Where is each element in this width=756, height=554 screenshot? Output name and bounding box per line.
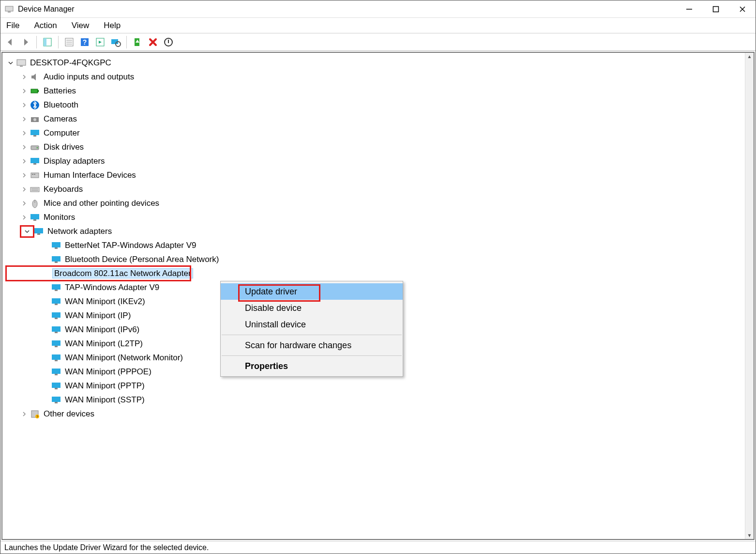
chevron-down-icon[interactable] (20, 225, 34, 238)
scroll-down-icon[interactable]: ▼ (747, 533, 752, 538)
svg-rect-32 (31, 173, 39, 178)
close-button[interactable] (729, 0, 756, 18)
scroll-up-icon[interactable]: ▲ (747, 54, 752, 59)
uninstall-button[interactable] (146, 35, 160, 49)
chevron-right-icon[interactable] (20, 73, 29, 81)
mouse-icon (30, 198, 40, 209)
ctx-scan-hardware[interactable]: Scan for hardware changes (221, 337, 403, 354)
chevron-right-icon[interactable] (20, 129, 29, 138)
tree-item-hid[interactable]: Human Interface Devices (6, 168, 745, 182)
tree-item-network[interactable]: Network adapters (6, 224, 745, 238)
tree-item-monitors[interactable]: Monitors (6, 210, 745, 224)
scan-button[interactable] (109, 35, 122, 49)
menu-action[interactable]: Action (32, 20, 59, 31)
ctx-update-driver[interactable]: Update driver (221, 283, 403, 300)
chevron-right-icon[interactable] (20, 171, 29, 180)
ctx-disable-device[interactable]: Disable device (221, 300, 403, 316)
svg-rect-50 (52, 284, 60, 290)
tree-item-label: WAN Miniport (PPTP) (63, 381, 146, 390)
tree-item-label: Computer (42, 128, 81, 138)
tree-item-label: WAN Miniport (IPv6) (63, 325, 141, 334)
svg-rect-53 (55, 304, 58, 305)
svg-rect-22 (38, 90, 39, 92)
svg-rect-52 (52, 298, 60, 304)
minimize-button[interactable] (676, 0, 702, 18)
action-button[interactable] (93, 35, 107, 49)
svg-rect-34 (34, 174, 35, 175)
adapter-icon (51, 254, 61, 265)
svg-rect-63 (55, 374, 58, 375)
disable-button[interactable] (162, 35, 175, 49)
adapter-icon (51, 395, 61, 405)
menu-help[interactable]: Help (102, 20, 122, 31)
tree-item-label: Display adapters (42, 156, 106, 166)
tree-item-network-child[interactable]: WAN Miniport (PPTP) (6, 379, 745, 393)
vertical-scrollbar[interactable]: ▲ ▼ (745, 53, 754, 539)
svg-rect-42 (34, 228, 43, 233)
ctx-item-label: Properties (245, 361, 288, 371)
ctx-uninstall-device[interactable]: Uninstall device (221, 316, 403, 333)
chevron-right-icon[interactable] (20, 143, 29, 152)
svg-rect-21 (31, 89, 38, 93)
tree-item-other[interactable]: ? Other devices (6, 407, 745, 421)
chevron-right-icon[interactable] (20, 213, 29, 222)
adapter-icon (51, 324, 61, 335)
tree-item-mice[interactable]: Mice and other pointing devices (6, 196, 745, 210)
tree-item-broadcom-adapter[interactable]: Broadcom 802.11ac Network Adapter (6, 266, 190, 280)
tree-item-cameras[interactable]: Cameras (6, 112, 745, 126)
chevron-right-icon[interactable] (20, 101, 29, 109)
disk-icon (30, 142, 40, 153)
maximize-button[interactable] (702, 0, 729, 18)
chevron-right-icon[interactable] (20, 199, 29, 208)
tree-root[interactable]: DESKTOP-4FQKGPC (6, 56, 745, 70)
svg-rect-27 (33, 135, 36, 137)
svg-point-29 (37, 147, 38, 148)
chevron-right-icon[interactable] (20, 87, 29, 95)
tree-item-display[interactable]: Display adapters (6, 154, 745, 168)
tree-item-network-child[interactable]: BetterNet TAP-Windows Adapter V9 (6, 238, 745, 252)
tree-item-label: Human Interface Devices (42, 170, 137, 180)
context-menu: Update driver Disable device Uninstall d… (220, 281, 403, 377)
menu-file[interactable]: File (4, 20, 21, 31)
show-hide-tree-button[interactable] (41, 35, 54, 49)
back-button[interactable] (3, 35, 17, 49)
svg-rect-51 (55, 290, 58, 291)
svg-rect-1 (8, 11, 11, 13)
tree-item-label: Bluetooth Device (Personal Area Network) (63, 255, 220, 264)
chevron-right-icon[interactable] (20, 185, 29, 194)
camera-icon (30, 114, 40, 124)
tree-item-disk[interactable]: Disk drives (6, 140, 745, 154)
tree-item-label: Bluetooth (42, 100, 80, 109)
tree-item-bluetooth[interactable]: Bluetooth (6, 98, 745, 112)
adapter-icon (51, 310, 61, 321)
toolbar-separator (126, 36, 127, 48)
monitor-icon (30, 128, 40, 138)
speaker-icon (30, 72, 40, 82)
menu-view[interactable]: View (70, 20, 91, 31)
menubar: File Action View Help (0, 18, 756, 33)
tree-item-network-child[interactable]: WAN Miniport (SSTP) (6, 393, 745, 407)
tree-item-computer[interactable]: Computer (6, 126, 745, 140)
forward-button[interactable] (19, 35, 32, 49)
tree-item-keyboards[interactable]: Keyboards (6, 182, 745, 196)
chevron-right-icon[interactable] (20, 410, 29, 418)
chevron-right-icon[interactable] (20, 115, 29, 123)
ctx-properties[interactable]: Properties (221, 358, 403, 374)
tree-item-batteries[interactable]: Batteries (6, 84, 745, 98)
ctx-item-label: Scan for hardware changes (245, 340, 351, 350)
device-tree[interactable]: DESKTOP-4FQKGPC Audio inputs and outputs… (2, 53, 745, 539)
chevron-right-icon[interactable] (20, 157, 29, 166)
help-button[interactable]: ? (78, 35, 91, 49)
network-icon (33, 226, 44, 237)
adapter-icon (51, 339, 61, 349)
tree-item-network-child[interactable]: Bluetooth Device (Personal Area Network) (6, 252, 745, 266)
tree-item-audio[interactable]: Audio inputs and outputs (6, 70, 745, 84)
svg-rect-45 (55, 247, 58, 249)
properties-button[interactable] (62, 35, 76, 49)
svg-point-25 (33, 118, 36, 121)
monitor-icon (30, 156, 40, 167)
chevron-down-icon[interactable] (6, 59, 15, 67)
svg-rect-47 (55, 262, 58, 263)
update-driver-button[interactable] (131, 35, 144, 49)
svg-rect-40 (30, 214, 39, 219)
